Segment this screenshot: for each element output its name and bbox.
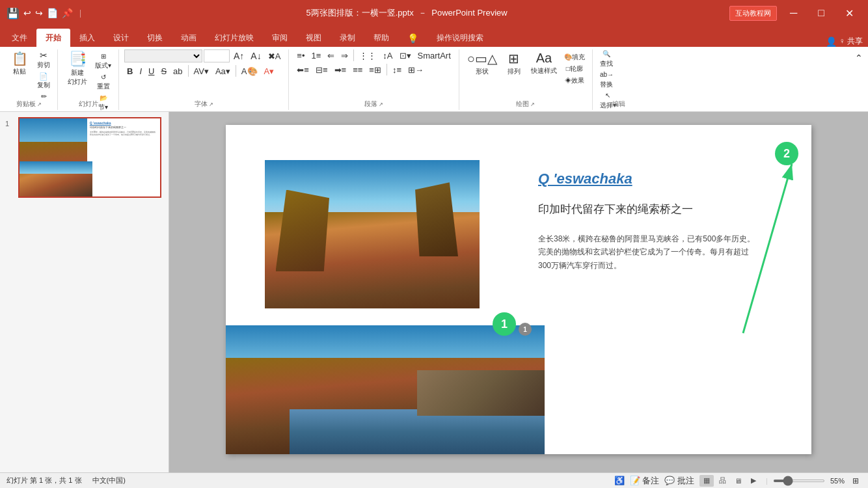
tab-review[interactable]: 审阅 xyxy=(263,29,297,47)
font-expand-icon[interactable]: ↗ xyxy=(209,102,213,107)
reset-btn[interactable]: ↺ 重置 xyxy=(93,73,113,92)
justify2-btn[interactable]: ≡⊞ xyxy=(366,64,384,75)
arrange-btn[interactable]: ⊞ 排列 xyxy=(502,49,526,77)
share-btn[interactable]: 👤 ♀ 共享 xyxy=(826,36,868,47)
maximize-btn[interactable]: □ xyxy=(810,0,832,26)
font-group: A↑ A↓ ✖A B I U S ab AV▾ Aa▾ A🎨 A▾ 字体 ↗ xyxy=(119,49,289,110)
paragraph-label: 段落 ↗ xyxy=(364,100,383,109)
decrease-font-btn[interactable]: A↓ xyxy=(248,50,264,62)
slide-thumbnail-1[interactable]: 1 Q 'eswachaka 印加时代留存下来的绳索桥之一 全长38米，横跨在秘… xyxy=(5,117,163,198)
fontcolor-btn[interactable]: A▾ xyxy=(262,66,277,77)
view-sorter-btn[interactable]: 品 xyxy=(715,475,729,487)
align-left-btn[interactable]: ⬅≡ xyxy=(294,64,312,75)
tab-animations[interactable]: 动画 xyxy=(172,29,206,47)
tab-home[interactable]: 开始 xyxy=(36,29,70,47)
underline-btn[interactable]: U xyxy=(146,66,157,77)
minimize-btn[interactable]: ─ xyxy=(782,0,805,26)
align-center-btn[interactable]: ⊟≡ xyxy=(313,64,331,75)
comments-btn[interactable]: 💬 批注 xyxy=(664,475,694,487)
slide-body[interactable]: 全长38米，横跨在秘鲁的阿普里马克峡谷，已有500多年历史。 完美的抛物线和玄武… xyxy=(538,232,785,272)
layout-btn[interactable]: ⊞ 版式▾ xyxy=(93,52,113,71)
clear-format-btn[interactable]: ✖A xyxy=(265,51,284,62)
para-expand-icon[interactable]: ↗ xyxy=(379,102,383,107)
align-text-btn[interactable]: ⊡▾ xyxy=(397,50,414,61)
copy-btn[interactable]: 📄 复制 xyxy=(35,72,52,90)
tab-design[interactable]: 设计 xyxy=(104,29,138,47)
bullets-btn[interactable]: ≡• xyxy=(294,50,307,61)
close-btn[interactable]: ✕ xyxy=(837,0,861,26)
new-slide-btn[interactable]: 📑 新建幻灯片 xyxy=(63,49,92,88)
decrease-indent-btn[interactable]: ⇐ xyxy=(325,50,337,61)
quick-styles-btn[interactable]: Aa 快速样式 xyxy=(528,49,560,77)
tab-insert[interactable]: 插入 xyxy=(70,29,104,47)
view-reading-btn[interactable]: 🖥 xyxy=(731,475,745,487)
tab-transitions[interactable]: 切换 xyxy=(138,29,172,47)
fit-slide-btn[interactable]: ⊞ xyxy=(850,476,861,486)
new-slide-label: 新建幻灯片 xyxy=(68,68,87,87)
thumb-bottom-photo xyxy=(20,161,92,197)
charspacing-btn[interactable]: AV▾ xyxy=(191,66,211,77)
notes-btn[interactable]: 📝 备注 xyxy=(630,475,660,487)
line-spacing-btn[interactable]: ↕≡ xyxy=(390,64,404,75)
zoom-slider[interactable] xyxy=(773,480,825,482)
bold-btn[interactable]: B xyxy=(124,66,135,77)
present-icon[interactable]: 📄 xyxy=(47,8,58,18)
slide-canvas[interactable]: Q 'eswachaka 印加时代留存下来的绳索桥之一 全长38米，横跨在秘鲁的… xyxy=(226,125,811,454)
paste-btn[interactable]: 📋 粘贴 xyxy=(5,49,34,77)
clipboard-expand-icon[interactable]: ↗ xyxy=(37,102,42,107)
justify-btn[interactable]: ≡≡ xyxy=(350,64,365,75)
strikethrough-btn[interactable]: S xyxy=(158,66,169,77)
quick-styles-icon: Aa xyxy=(536,51,552,66)
save-icon[interactable]: 💾 xyxy=(7,7,20,20)
increase-font-btn[interactable]: A↑ xyxy=(231,50,247,62)
columns-btn[interactable]: ⋮⋮ xyxy=(357,50,379,61)
collapse-ribbon-btn[interactable]: ⌃ xyxy=(852,52,865,64)
tab-record[interactable]: 录制 xyxy=(331,29,364,47)
tab-search[interactable]: 操作说明搜索 xyxy=(427,29,493,47)
cut-icon: ✂ xyxy=(40,50,47,61)
italic-btn[interactable]: I xyxy=(137,66,144,77)
cut-btn[interactable]: ✂ 剪切 xyxy=(35,49,52,70)
tab-help[interactable]: 帮助 xyxy=(364,29,398,47)
pin-icon[interactable]: 📌 xyxy=(62,8,73,18)
text-direction-btn[interactable]: ↕A xyxy=(380,50,395,61)
shadow-btn[interactable]: ab xyxy=(170,66,185,77)
shapes-btn[interactable]: ○▭△ 形状 xyxy=(465,49,500,77)
tab-file[interactable]: 文件 xyxy=(3,29,36,47)
accessibility-icon[interactable]: ♿ xyxy=(614,476,625,485)
casechange-btn[interactable]: Aa▾ xyxy=(213,66,233,77)
slide-title[interactable]: Q 'eswachaka xyxy=(538,170,785,187)
window-controls: 互动教程网 ─ □ ✕ xyxy=(729,0,861,26)
view-normal-btn[interactable]: ▦ xyxy=(699,475,714,487)
replace-btn[interactable]: ab→ 替换 xyxy=(598,70,616,90)
slides-group: 📑 新建幻灯片 ⊞ 版式▾ ↺ 重置 📂 节▾ 幻灯片 xyxy=(58,49,119,110)
tab-view[interactable]: 视图 xyxy=(297,29,331,47)
select-icon: ↖ xyxy=(605,92,610,99)
font-family-select[interactable] xyxy=(124,49,202,62)
undo-icon[interactable]: ↩ xyxy=(23,8,31,18)
drawing-expand-icon[interactable]: ↗ xyxy=(530,102,535,107)
format-painter-icon: ✏ xyxy=(41,92,47,101)
shape-fill-btn[interactable]: 🎨填充 xyxy=(562,52,587,62)
numbering-btn[interactable]: 1≡ xyxy=(309,50,324,61)
tab-slideshow[interactable]: 幻灯片放映 xyxy=(206,29,263,47)
slide-subtitle[interactable]: 印加时代留存下来的绳索桥之一 xyxy=(538,202,785,217)
new-slide-icon: 📑 xyxy=(69,51,87,68)
smartart-btn[interactable]: SmartArt xyxy=(415,50,454,61)
ribbon-tabs: 文件 开始 插入 设计 切换 动画 幻灯片放映 审阅 视图 录制 帮助 💡 操作… xyxy=(0,26,868,47)
view-present-btn[interactable]: ▶ xyxy=(746,475,761,487)
font-size-input[interactable] xyxy=(204,49,230,62)
title-text: 5两张图排版：一横一竖.pptx － PowerPoint Preview xyxy=(84,7,729,19)
redo-icon[interactable]: ↪ xyxy=(35,8,43,18)
highlight-btn[interactable]: A🎨 xyxy=(239,66,260,77)
photo-bridge-rope xyxy=(417,370,545,415)
shape-outline-btn[interactable]: □轮廓 xyxy=(562,64,587,74)
find-btn[interactable]: 🔍 查找 xyxy=(598,49,615,69)
tab-lightbulb[interactable]: 💡 xyxy=(398,29,427,47)
shape-effect-btn[interactable]: ◈效果 xyxy=(562,75,587,86)
interactive-tutorial-btn[interactable]: 互动教程网 xyxy=(729,6,777,21)
status-left: 幻灯片 第 1 张，共 1 张 中文(中国) xyxy=(7,476,126,485)
increase-indent-btn[interactable]: ⇒ xyxy=(338,50,351,61)
align-right-btn[interactable]: ➡≡ xyxy=(332,64,349,75)
convert-btn[interactable]: ⊞→ xyxy=(405,64,426,75)
